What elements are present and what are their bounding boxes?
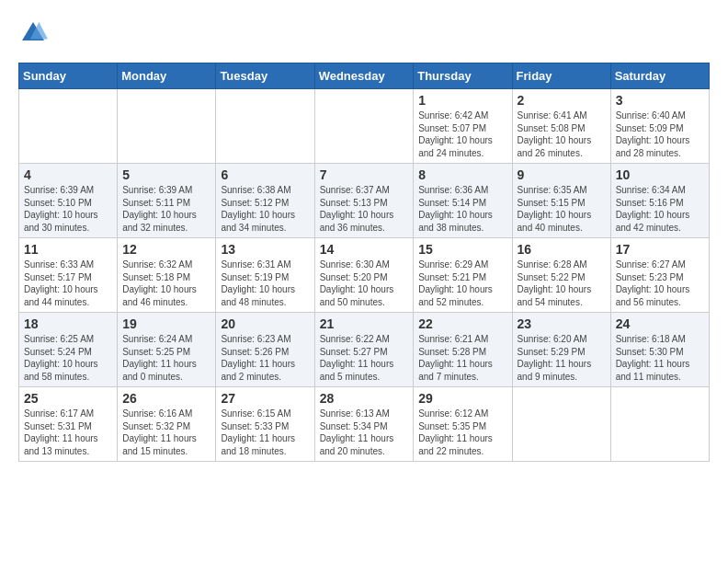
day-number: 8 <box>418 167 506 182</box>
day-number: 26 <box>122 391 210 406</box>
calendar-cell: 11Sunrise: 6:33 AMSunset: 5:17 PMDayligh… <box>19 238 118 313</box>
day-number: 16 <box>518 242 606 257</box>
calendar-cell: 10Sunrise: 6:34 AMSunset: 5:16 PMDayligh… <box>610 164 709 238</box>
calendar-cell: 15Sunrise: 6:29 AMSunset: 5:21 PMDayligh… <box>414 238 512 313</box>
day-number: 5 <box>122 167 210 182</box>
calendar-cell: 21Sunrise: 6:22 AMSunset: 5:27 PMDayligh… <box>314 313 414 387</box>
day-number: 20 <box>221 316 309 331</box>
day-info: Sunrise: 6:40 AMSunset: 5:09 PMDaylight:… <box>616 109 704 159</box>
day-number: 13 <box>221 242 309 257</box>
logo-icon <box>18 18 48 48</box>
header-tuesday: Tuesday <box>216 63 314 89</box>
day-info: Sunrise: 6:39 AMSunset: 5:11 PMDaylight:… <box>122 184 210 234</box>
calendar-cell: 22Sunrise: 6:21 AMSunset: 5:28 PMDayligh… <box>414 313 512 387</box>
calendar-cell: 17Sunrise: 6:27 AMSunset: 5:23 PMDayligh… <box>610 238 709 313</box>
calendar-cell: 26Sunrise: 6:16 AMSunset: 5:32 PMDayligh… <box>118 387 216 462</box>
day-number: 4 <box>24 167 112 182</box>
calendar-cell: 5Sunrise: 6:39 AMSunset: 5:11 PMDaylight… <box>118 164 216 238</box>
day-info: Sunrise: 6:35 AMSunset: 5:15 PMDaylight:… <box>518 184 606 234</box>
day-info: Sunrise: 6:39 AMSunset: 5:10 PMDaylight:… <box>24 184 112 234</box>
calendar-cell <box>314 89 414 164</box>
logo <box>18 18 51 48</box>
calendar-week-5: 25Sunrise: 6:17 AMSunset: 5:31 PMDayligh… <box>19 387 710 462</box>
header-wednesday: Wednesday <box>314 63 414 89</box>
day-info: Sunrise: 6:37 AMSunset: 5:13 PMDaylight:… <box>320 184 409 234</box>
day-info: Sunrise: 6:34 AMSunset: 5:16 PMDaylight:… <box>616 184 704 234</box>
day-info: Sunrise: 6:42 AMSunset: 5:07 PMDaylight:… <box>418 109 506 159</box>
day-number: 18 <box>24 316 112 331</box>
calendar-cell: 14Sunrise: 6:30 AMSunset: 5:20 PMDayligh… <box>314 238 414 313</box>
header-saturday: Saturday <box>610 63 709 89</box>
day-info: Sunrise: 6:15 AMSunset: 5:33 PMDaylight:… <box>221 408 309 457</box>
day-number: 11 <box>24 242 112 257</box>
day-number: 10 <box>616 167 704 182</box>
calendar-cell: 27Sunrise: 6:15 AMSunset: 5:33 PMDayligh… <box>216 387 314 462</box>
day-info: Sunrise: 6:36 AMSunset: 5:14 PMDaylight:… <box>418 184 506 234</box>
calendar-week-4: 18Sunrise: 6:25 AMSunset: 5:24 PMDayligh… <box>19 313 710 387</box>
day-info: Sunrise: 6:18 AMSunset: 5:30 PMDaylight:… <box>616 333 704 383</box>
calendar-cell: 9Sunrise: 6:35 AMSunset: 5:15 PMDaylight… <box>512 164 610 238</box>
day-info: Sunrise: 6:22 AMSunset: 5:27 PMDaylight:… <box>320 333 409 383</box>
calendar-cell: 18Sunrise: 6:25 AMSunset: 5:24 PMDayligh… <box>19 313 118 387</box>
calendar-cell: 6Sunrise: 6:38 AMSunset: 5:12 PMDaylight… <box>216 164 314 238</box>
calendar-cell: 16Sunrise: 6:28 AMSunset: 5:22 PMDayligh… <box>512 238 610 313</box>
calendar-cell <box>610 387 709 462</box>
day-number: 19 <box>122 316 210 331</box>
page-header <box>18 18 710 48</box>
day-info: Sunrise: 6:24 AMSunset: 5:25 PMDaylight:… <box>122 333 210 383</box>
header-sunday: Sunday <box>19 63 118 89</box>
day-info: Sunrise: 6:32 AMSunset: 5:18 PMDaylight:… <box>122 259 210 308</box>
day-info: Sunrise: 6:41 AMSunset: 5:08 PMDaylight:… <box>518 109 606 159</box>
calendar-cell <box>118 89 216 164</box>
calendar-cell <box>512 387 610 462</box>
calendar-cell: 8Sunrise: 6:36 AMSunset: 5:14 PMDaylight… <box>414 164 512 238</box>
calendar-week-2: 4Sunrise: 6:39 AMSunset: 5:10 PMDaylight… <box>19 164 710 238</box>
day-info: Sunrise: 6:17 AMSunset: 5:31 PMDaylight:… <box>24 408 112 457</box>
day-info: Sunrise: 6:21 AMSunset: 5:28 PMDaylight:… <box>418 333 506 383</box>
calendar-cell: 13Sunrise: 6:31 AMSunset: 5:19 PMDayligh… <box>216 238 314 313</box>
header-thursday: Thursday <box>414 63 512 89</box>
calendar-cell: 3Sunrise: 6:40 AMSunset: 5:09 PMDaylight… <box>610 89 709 164</box>
calendar-cell: 7Sunrise: 6:37 AMSunset: 5:13 PMDaylight… <box>314 164 414 238</box>
calendar-cell <box>216 89 314 164</box>
calendar-cell: 28Sunrise: 6:13 AMSunset: 5:34 PMDayligh… <box>314 387 414 462</box>
day-number: 27 <box>221 391 309 406</box>
calendar-cell: 4Sunrise: 6:39 AMSunset: 5:10 PMDaylight… <box>19 164 118 238</box>
calendar-cell: 24Sunrise: 6:18 AMSunset: 5:30 PMDayligh… <box>610 313 709 387</box>
day-info: Sunrise: 6:31 AMSunset: 5:19 PMDaylight:… <box>221 259 309 308</box>
day-number: 21 <box>320 316 409 331</box>
day-number: 3 <box>616 93 704 108</box>
day-number: 29 <box>418 391 506 406</box>
day-info: Sunrise: 6:23 AMSunset: 5:26 PMDaylight:… <box>221 333 309 383</box>
header-friday: Friday <box>512 63 610 89</box>
calendar-header-row: SundayMondayTuesdayWednesdayThursdayFrid… <box>19 63 710 89</box>
day-number: 14 <box>320 242 409 257</box>
calendar-cell: 25Sunrise: 6:17 AMSunset: 5:31 PMDayligh… <box>19 387 118 462</box>
day-number: 9 <box>518 167 606 182</box>
calendar-cell: 23Sunrise: 6:20 AMSunset: 5:29 PMDayligh… <box>512 313 610 387</box>
day-number: 12 <box>122 242 210 257</box>
day-number: 1 <box>418 93 506 108</box>
day-number: 25 <box>24 391 112 406</box>
calendar-cell: 12Sunrise: 6:32 AMSunset: 5:18 PMDayligh… <box>118 238 216 313</box>
day-info: Sunrise: 6:25 AMSunset: 5:24 PMDaylight:… <box>24 333 112 383</box>
day-info: Sunrise: 6:38 AMSunset: 5:12 PMDaylight:… <box>221 184 309 234</box>
calendar-cell: 19Sunrise: 6:24 AMSunset: 5:25 PMDayligh… <box>118 313 216 387</box>
header-monday: Monday <box>118 63 216 89</box>
calendar-week-1: 1Sunrise: 6:42 AMSunset: 5:07 PMDaylight… <box>19 89 710 164</box>
day-number: 17 <box>616 242 704 257</box>
calendar-cell: 20Sunrise: 6:23 AMSunset: 5:26 PMDayligh… <box>216 313 314 387</box>
day-info: Sunrise: 6:30 AMSunset: 5:20 PMDaylight:… <box>320 259 409 308</box>
calendar-cell: 2Sunrise: 6:41 AMSunset: 5:08 PMDaylight… <box>512 89 610 164</box>
day-number: 28 <box>320 391 409 406</box>
calendar-cell <box>19 89 118 164</box>
calendar-cell: 29Sunrise: 6:12 AMSunset: 5:35 PMDayligh… <box>414 387 512 462</box>
day-info: Sunrise: 6:28 AMSunset: 5:22 PMDaylight:… <box>518 259 606 308</box>
day-number: 22 <box>418 316 506 331</box>
day-number: 15 <box>418 242 506 257</box>
day-info: Sunrise: 6:27 AMSunset: 5:23 PMDaylight:… <box>616 259 704 308</box>
day-info: Sunrise: 6:20 AMSunset: 5:29 PMDaylight:… <box>518 333 606 383</box>
day-info: Sunrise: 6:16 AMSunset: 5:32 PMDaylight:… <box>122 408 210 457</box>
day-info: Sunrise: 6:13 AMSunset: 5:34 PMDaylight:… <box>320 408 409 457</box>
day-number: 24 <box>616 316 704 331</box>
